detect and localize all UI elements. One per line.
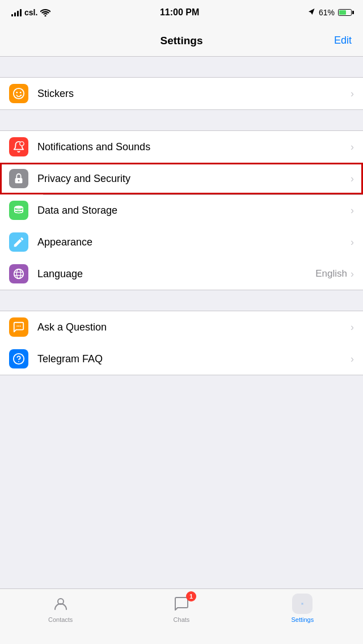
nav-bar: Settings Edit (0, 25, 363, 57)
chats-badge: 1 (186, 591, 196, 601)
list-item-appearance[interactable]: Appearance › (0, 226, 363, 258)
privacy-icon-bg (9, 169, 28, 188)
list-item-notifications[interactable]: Notifications and Sounds › (0, 131, 363, 163)
appearance-chevron: › (351, 236, 354, 248)
section-gap-top (0, 57, 363, 77)
list-item-language[interactable]: Language English › (0, 258, 363, 290)
svg-point-7 (15, 210, 23, 213)
svg-point-2 (20, 92, 22, 94)
battery-icon (338, 9, 352, 16)
stickers-label: Stickers (37, 88, 351, 100)
svg-point-9 (16, 269, 20, 279)
svg-point-5 (18, 180, 20, 181)
settings-tab-label: Settings (291, 616, 314, 623)
ask-label: Ask a Question (37, 321, 351, 333)
data-icon-bg (9, 201, 28, 220)
data-label: Data and Storage (37, 205, 351, 217)
privacy-chevron: › (351, 173, 354, 185)
privacy-label: Privacy and Security (37, 173, 351, 185)
ask-chevron: › (351, 321, 354, 333)
appearance-icon-bg (9, 232, 28, 252)
chat-icon (12, 321, 25, 333)
list-item-faq[interactable]: Telegram FAQ › (0, 343, 363, 375)
chats-tab-label: Chats (174, 616, 190, 623)
notifications-label: Notifications and Sounds (37, 141, 351, 153)
list-item-ask[interactable]: Ask a Question › (0, 311, 363, 343)
status-right: 61% (309, 8, 352, 17)
appearance-label: Appearance (37, 236, 351, 248)
tab-bar: Contacts 1 Chats Settings (0, 588, 363, 644)
faq-icon (12, 353, 25, 365)
svg-point-0 (14, 88, 24, 99)
section-gap-2 (0, 110, 363, 130)
faq-label: Telegram FAQ (37, 353, 351, 365)
svg-point-16 (18, 361, 19, 362)
contacts-tab-label: Contacts (48, 616, 73, 623)
svg-point-1 (16, 92, 18, 94)
faq-icon-bg (9, 349, 28, 368)
svg-point-12 (16, 325, 18, 327)
section-gap-3 (0, 290, 363, 311)
stickers-chevron: › (351, 88, 354, 100)
notifications-icon-bg (9, 137, 28, 156)
notifications-chevron: › (351, 141, 354, 153)
svg-point-14 (20, 325, 21, 327)
data-chevron: › (351, 205, 354, 217)
status-bar: csl. 11:00 PM 61% (0, 0, 363, 25)
language-value: English (315, 268, 347, 279)
svg-point-13 (18, 325, 19, 327)
ask-icon-bg (9, 317, 28, 337)
location-icon (309, 9, 315, 16)
faq-chevron: › (351, 353, 354, 365)
tab-settings[interactable]: Settings (242, 594, 363, 623)
list-item-data[interactable]: Data and Storage › (0, 194, 363, 226)
tab-chats[interactable]: 1 Chats (121, 594, 242, 623)
settings-icon (301, 595, 303, 612)
svg-point-8 (14, 269, 24, 279)
tab-contacts[interactable]: Contacts (0, 594, 121, 623)
notifications-icon (12, 141, 25, 153)
language-icon (12, 268, 25, 280)
battery-pct: 61% (319, 8, 335, 17)
wifi-icon (40, 9, 50, 16)
signal-bars (11, 9, 22, 16)
list-item-stickers[interactable]: Stickers › (0, 78, 363, 109)
carrier-label: csl. (24, 8, 37, 17)
stickers-icon-bg (9, 84, 28, 103)
lock-icon (12, 172, 25, 185)
edit-button[interactable]: Edit (334, 35, 352, 46)
database-icon (12, 204, 25, 217)
status-left: csl. (11, 8, 50, 17)
contacts-icon (52, 595, 69, 612)
language-icon-bg (9, 264, 28, 283)
stickers-icon (12, 87, 25, 100)
language-label: Language (37, 268, 315, 280)
svg-point-3 (20, 142, 24, 146)
section-support: Ask a Question › Telegram FAQ › (0, 311, 363, 375)
appearance-icon (12, 236, 25, 248)
language-chevron: › (351, 268, 354, 280)
status-time: 11:00 PM (160, 7, 199, 18)
svg-point-18 (302, 604, 303, 604)
section-stickers: Stickers › (0, 77, 363, 110)
section-main-settings: Notifications and Sounds › Privacy and S… (0, 130, 363, 290)
svg-point-6 (15, 206, 23, 209)
page-title: Settings (161, 35, 203, 47)
list-item-privacy[interactable]: Privacy and Security › (0, 163, 363, 194)
